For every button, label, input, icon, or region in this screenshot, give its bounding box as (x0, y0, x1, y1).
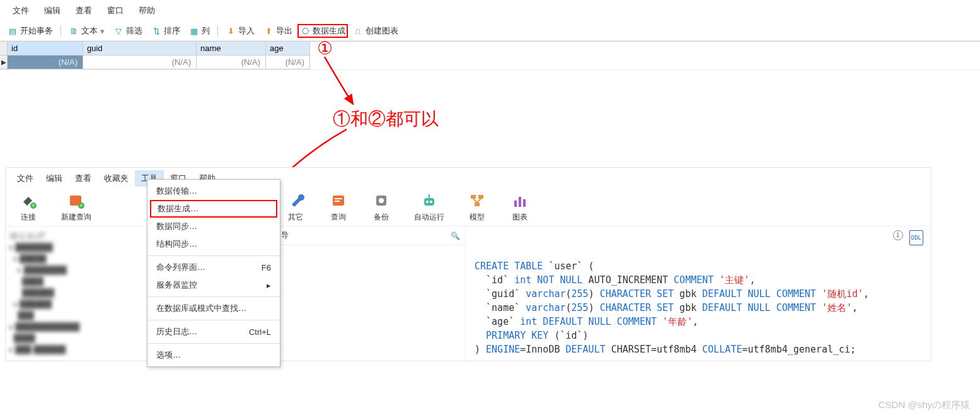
label: 备份 (374, 212, 389, 223)
label: 图表 (512, 212, 527, 223)
label: 创建图表 (366, 25, 398, 37)
chart-icon: ⎍ (353, 26, 363, 36)
menu-data-generate[interactable]: 数据生成… (150, 200, 277, 218)
svg-rect-14 (429, 194, 430, 198)
db-icon: ▤ (8, 26, 18, 36)
nav-tree[interactable]: 10.1.11.27 ▸ ███████ ▸ █████ ▸ ████████ … (6, 226, 154, 361)
column-button[interactable]: ▦列 (185, 24, 214, 38)
menu-fav[interactable]: 收藏夹 (98, 170, 135, 187)
menu-window[interactable]: 窗口 (100, 3, 131, 19)
separator (61, 25, 61, 37)
svg-rect-8 (335, 201, 340, 202)
bars-icon (511, 192, 529, 209)
begin-transaction-button[interactable]: ▤开始事务 (4, 24, 57, 38)
menu-edit[interactable]: 编辑 (37, 3, 68, 19)
menu-file[interactable]: 文件 (5, 3, 37, 19)
label: 结构同步… (156, 238, 197, 250)
plug-icon: + (20, 192, 37, 209)
label: 模型 (470, 212, 485, 223)
svg-rect-18 (514, 201, 517, 207)
label: 列 (202, 25, 210, 37)
label: 新建查询 (61, 212, 91, 223)
menu-view[interactable]: 查看 (69, 170, 98, 187)
label: 连接 (21, 212, 36, 223)
other-button[interactable]: 其它 (282, 190, 309, 224)
datagen-icon: ⎔ (300, 26, 310, 36)
toolbar-top: ▤开始事务 🗎文本 ▾ ▽筛选 ⇅排序 ▦列 ⬇导入 ⬆导出 ⎔数据生成 ⎍创建… (0, 21, 980, 41)
body: 10.1.11.27 ▸ ███████ ▸ █████ ▸ ████████ … (6, 226, 931, 361)
menu-file[interactable]: 文件 (11, 170, 40, 187)
menu-help[interactable]: 帮助 (131, 3, 163, 19)
watermark: CSDN @shyの程序猿 (879, 399, 970, 411)
model-icon (468, 192, 486, 209)
cell-guid[interactable]: (N/A) (83, 56, 197, 69)
svg-rect-11 (424, 198, 434, 206)
label: 数据生成… (158, 203, 199, 214)
label: 查询 (331, 212, 346, 223)
annotation-1: ① (317, 38, 333, 59)
data-grid: ▶ id guid name age (N/A) (N/A) (N/A) (N/… (0, 41, 980, 69)
import-icon: ⬇ (226, 26, 236, 36)
label: 筛选 (126, 25, 142, 37)
window-bottom: 文件 编辑 查看 收藏夹 工具 窗口 帮助 数据传输… 数据生成… 数据同步… … (5, 167, 931, 361)
tree-ip: 10.1.11.27 (9, 230, 151, 242)
text-button[interactable]: 🗎文本 ▾ (65, 24, 108, 38)
svg-rect-7 (335, 198, 342, 199)
model-button[interactable]: 模型 (463, 190, 491, 224)
menubar-top: 文件 编辑 查看 窗口 帮助 (0, 0, 980, 21)
filter-button[interactable]: ▽筛选 (110, 24, 146, 38)
datagen-button[interactable]: ⎔数据生成 (297, 24, 348, 38)
label: 导出 (276, 25, 292, 37)
svg-text:+: + (32, 202, 35, 209)
svg-point-10 (379, 198, 384, 203)
menu-options[interactable]: 选项… (147, 346, 280, 364)
menu-struct-sync[interactable]: 结构同步… (147, 235, 280, 253)
info-icon[interactable]: i (893, 230, 903, 240)
sort-icon: ⇅ (151, 26, 161, 36)
sort-button[interactable]: ⇅排序 (147, 24, 184, 38)
chart-button[interactable]: 图表 (506, 190, 534, 224)
cell-age[interactable]: (N/A) (266, 56, 310, 69)
col-header-age[interactable]: age (266, 42, 310, 56)
separator (147, 343, 280, 344)
filter-icon: ▽ (113, 26, 124, 36)
menu-server-monitor[interactable]: 服务器监控▸ (147, 276, 280, 294)
menu-cmdline[interactable]: 命令列界面…F6 (147, 259, 280, 276)
autorun-button[interactable]: 自动运行 (410, 190, 448, 224)
cell-id[interactable]: (N/A) (8, 56, 83, 69)
label: 服务器监控 (156, 279, 197, 291)
col-header-name[interactable]: name (197, 42, 266, 56)
ddl-badge[interactable]: DDL (909, 230, 923, 245)
label: 其它 (288, 212, 303, 223)
col-header-guid[interactable]: guid (83, 42, 197, 56)
cell-name[interactable]: (N/A) (197, 56, 266, 69)
separator (147, 320, 280, 320)
menu-find-in-db[interactable]: 在数据库或模式中查找… (147, 300, 280, 317)
svg-point-13 (430, 201, 432, 203)
create-chart-button[interactable]: ⎍创建图表 (349, 24, 402, 38)
search-icon[interactable]: 🔍 (451, 231, 460, 240)
separator (147, 296, 280, 297)
export-button[interactable]: ⬆导出 (260, 24, 296, 38)
label: 导入 (238, 25, 255, 37)
menu-edit[interactable]: 编辑 (40, 170, 69, 187)
menu-view[interactable]: 查看 (68, 3, 100, 19)
import-button[interactable]: ⬇导入 (222, 24, 258, 38)
chevron-down-icon: ▾ (100, 26, 105, 36)
connect-button[interactable]: +连接 (14, 190, 42, 224)
menu-history[interactable]: 历史日志…Ctrl+L (147, 323, 280, 341)
menubar-bottom: 文件 编辑 查看 收藏夹 工具 窗口 帮助 (6, 168, 931, 189)
backup-button[interactable]: 备份 (367, 190, 395, 224)
new-query-button[interactable]: +新建查询 (57, 190, 95, 224)
query-button[interactable]: 查询 (325, 190, 352, 224)
svg-rect-17 (475, 202, 480, 206)
separator (217, 25, 218, 37)
export-icon: ⬆ (263, 26, 274, 36)
col-header-id[interactable]: id (8, 42, 83, 56)
menu-data-sync[interactable]: 数据同步… (147, 218, 280, 235)
shortcut: F6 (262, 263, 271, 272)
menu-data-transfer[interactable]: 数据传输… (147, 182, 280, 200)
wrench-icon (287, 192, 304, 209)
label: 数据传输… (156, 185, 197, 197)
row-pointer: ▶ (0, 56, 8, 69)
